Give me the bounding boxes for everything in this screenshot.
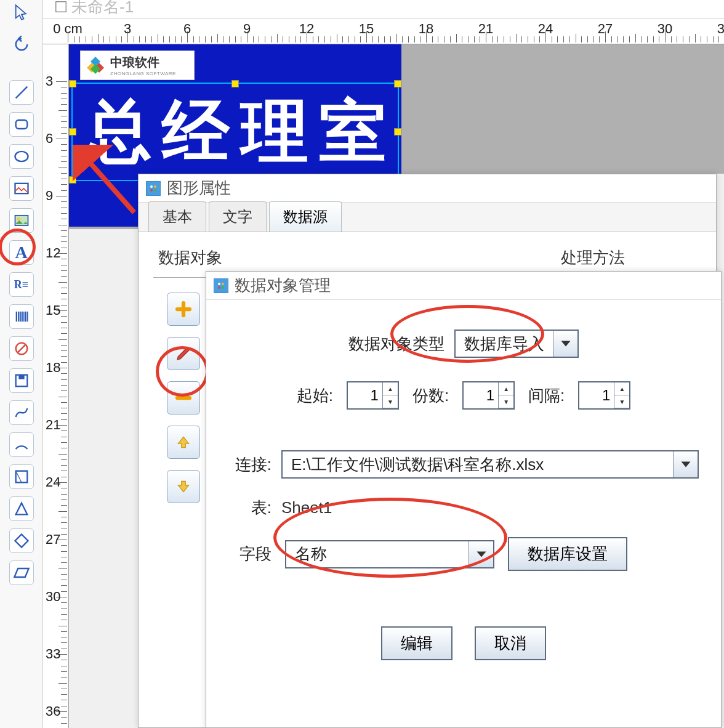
selection-handle[interactable] <box>69 176 76 184</box>
selection-handle[interactable] <box>394 80 401 87</box>
edit-object-button[interactable] <box>167 337 200 370</box>
input-count[interactable] <box>464 382 498 408</box>
svg-point-20 <box>150 185 153 188</box>
svg-point-22 <box>150 189 153 192</box>
pointer-tool[interactable] <box>9 0 34 25</box>
svg-rect-1 <box>15 120 27 129</box>
selection-handle[interactable] <box>69 128 76 135</box>
document-tab-title[interactable]: 未命名-1 <box>71 0 134 18</box>
tab-datasource[interactable]: 数据源 <box>269 201 342 232</box>
edit-button[interactable]: 编辑 <box>381 626 452 660</box>
polyshape-tool[interactable] <box>9 464 34 489</box>
move-up-button[interactable] <box>167 426 200 459</box>
db-settings-button[interactable]: 数据库设置 <box>508 537 627 571</box>
svg-point-28 <box>222 286 224 289</box>
combo-field-value: 名称 <box>286 543 469 565</box>
svg-rect-19 <box>148 184 158 193</box>
parallelogram-tool[interactable] <box>9 560 34 585</box>
left-toolbar: A R≡ <box>0 0 43 728</box>
selection-handle[interactable] <box>231 80 239 87</box>
spinner-start[interactable]: ▲▼ <box>347 381 399 410</box>
main-text-char: 总 <box>84 86 151 178</box>
dialog-titlebar[interactable]: 图形属性 <box>139 174 716 203</box>
spin-down-icon[interactable]: ▼ <box>614 395 629 408</box>
main-text-char: 理 <box>241 86 308 178</box>
label-count: 份数: <box>412 385 449 406</box>
canvas-background <box>405 44 724 174</box>
input-start[interactable] <box>348 382 382 408</box>
selection-handle[interactable] <box>69 80 76 87</box>
combo-field[interactable]: 名称 <box>285 540 494 568</box>
tab-text[interactable]: 文字 <box>209 201 267 232</box>
combo-connection-value: E:\工作文件\测试数据\科室名称.xlsx <box>283 454 673 475</box>
svg-rect-3 <box>15 184 28 193</box>
spin-down-icon[interactable]: ▼ <box>499 395 513 408</box>
picture-tool[interactable] <box>9 208 34 233</box>
save-tool[interactable] <box>9 368 34 393</box>
line-tool[interactable] <box>9 80 34 105</box>
logo-text: 中琅软件 <box>110 54 176 71</box>
svg-point-21 <box>154 185 156 188</box>
selection-handle[interactable] <box>394 128 401 135</box>
main-text-char: 经 <box>162 86 230 178</box>
svg-point-5 <box>17 217 20 220</box>
add-object-button[interactable] <box>167 293 200 326</box>
group-data-object-label: 数据对象 <box>158 247 222 269</box>
spin-up-icon[interactable]: ▲ <box>383 382 398 395</box>
ruler-horizontal: 0 cm3691215182124273033 <box>43 18 724 44</box>
chevron-down-icon[interactable] <box>469 541 493 567</box>
richtext-tool[interactable]: R≡ <box>9 272 34 297</box>
rotate-tool[interactable] <box>9 32 34 57</box>
tab-basic[interactable]: 基本 <box>148 201 206 232</box>
curve-tool[interactable] <box>9 400 34 425</box>
svg-rect-24 <box>216 281 226 291</box>
label-start: 起始: <box>297 385 333 406</box>
barcode-tool[interactable] <box>9 304 34 329</box>
spinner-interval[interactable]: ▲▼ <box>578 381 630 410</box>
cancel-button[interactable]: 取消 <box>475 626 546 660</box>
combo-data-type[interactable]: 数据库导入 <box>454 330 579 358</box>
dialog-icon <box>146 181 161 196</box>
main-text-char: 室 <box>319 86 387 178</box>
label-connection: 连接: <box>228 454 272 475</box>
combo-connection[interactable]: E:\工作文件\测试数据\科室名称.xlsx <box>281 450 699 479</box>
logo-icon <box>86 55 105 75</box>
spin-up-icon[interactable]: ▲ <box>614 382 629 395</box>
image-tool[interactable] <box>9 176 34 201</box>
diamond-tool[interactable] <box>9 528 34 553</box>
text-tool[interactable]: A <box>9 240 34 265</box>
dialog-titlebar[interactable]: 数据对象管理 <box>206 272 721 300</box>
arc-tool[interactable] <box>9 432 34 457</box>
dialog-title-text: 图形属性 <box>167 177 231 199</box>
spinner-count[interactable]: ▲▼ <box>462 381 515 410</box>
svg-point-23 <box>154 189 156 192</box>
spin-up-icon[interactable]: ▲ <box>499 382 513 395</box>
svg-point-2 <box>15 152 28 161</box>
label-field: 字段 <box>228 543 272 565</box>
value-table: Sheet1 <box>281 498 332 517</box>
svg-point-27 <box>218 286 220 289</box>
remove-object-button[interactable] <box>167 381 200 415</box>
top-bar: 未命名-1 <box>43 0 724 18</box>
roundrect-tool[interactable] <box>9 112 34 137</box>
marker-tool[interactable] <box>9 336 34 361</box>
input-interval[interactable] <box>579 382 614 408</box>
svg-rect-17 <box>56 2 66 12</box>
triangle-tool[interactable] <box>9 496 34 521</box>
svg-point-25 <box>218 283 220 285</box>
svg-line-13 <box>18 345 25 352</box>
label-data-type: 数据对象类型 <box>348 333 444 355</box>
svg-rect-15 <box>18 375 24 379</box>
logo-box[interactable]: 中琅软件 ZHONGLANG SOFTWARE <box>80 51 195 80</box>
move-down-button[interactable] <box>167 470 200 503</box>
chevron-down-icon[interactable] <box>673 451 698 477</box>
selected-text-object[interactable]: 总 经 理 室 <box>71 83 399 181</box>
tabs-row: 基本 文字 数据源 <box>139 203 716 232</box>
dialog-data-object-manage: 数据对象管理 数据对象类型 数据库导入 起始: ▲▼ 份数: ▲▼ 间隔: <box>206 271 722 728</box>
dialog-body: 数据对象类型 数据库导入 起始: ▲▼ 份数: ▲▼ 间隔: ▲▼ <box>206 300 721 690</box>
ellipse-tool[interactable] <box>9 144 34 169</box>
spin-down-icon[interactable]: ▼ <box>383 395 398 408</box>
svg-point-26 <box>222 283 224 285</box>
chevron-down-icon[interactable] <box>553 331 577 357</box>
svg-rect-16 <box>15 471 27 483</box>
